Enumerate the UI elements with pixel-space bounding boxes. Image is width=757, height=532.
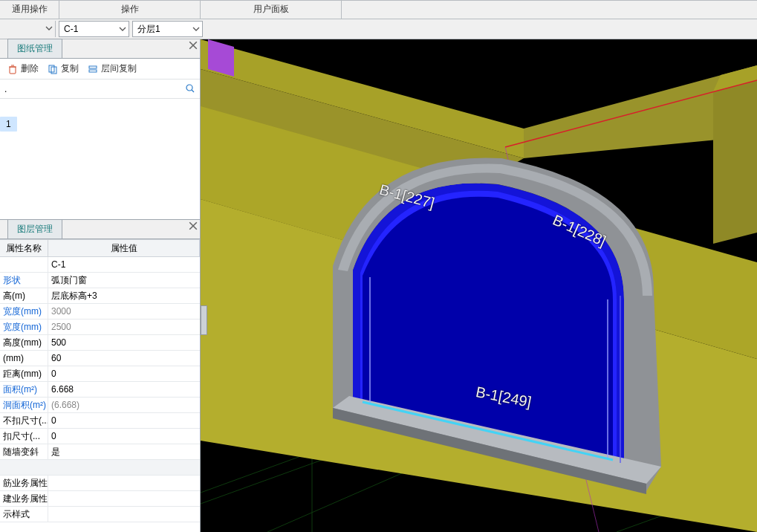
header-val: 属性值 — [48, 240, 200, 256]
search-input[interactable] — [4, 84, 195, 94]
properties-header: 属性名称 属性值 — [0, 239, 200, 257]
property-value[interactable]: 2500 — [48, 319, 200, 334]
dropdown-layer[interactable]: 分层1 — [132, 21, 203, 37]
property-row[interactable]: 面积(m²)6.668 — [0, 382, 200, 398]
property-row[interactable]: 示样式 — [0, 507, 200, 522]
header-key: 属性名称 — [0, 240, 48, 256]
property-key: 扣尺寸(... — [0, 429, 48, 444]
property-key: 建业务属性 — [0, 491, 48, 506]
splitter-handle[interactable] — [201, 305, 207, 335]
tree-item[interactable]: 1 — [0, 117, 17, 132]
dropdown-blank[interactable] — [0, 21, 56, 37]
property-key: 示样式 — [0, 507, 48, 522]
property-value[interactable]: 层底标高+3 — [48, 288, 200, 303]
property-row[interactable]: 距离(mm)0 — [0, 366, 200, 382]
property-row[interactable]: C-1 — [0, 257, 200, 273]
property-row[interactable]: 筋业务属性 — [0, 476, 200, 491]
property-row[interactable]: 建业务属性 — [0, 491, 200, 507]
property-value[interactable]: 3000 — [48, 304, 200, 319]
property-value[interactable]: (6.668) — [48, 398, 200, 412]
property-key: 筋业务属性 — [0, 476, 48, 490]
svg-point-5 — [186, 85, 192, 91]
tab-layer-management[interactable]: 图层管理 — [7, 219, 62, 239]
property-row[interactable]: 不扣尺寸(...0 — [0, 413, 200, 429]
dropdown-element[interactable]: C-1 — [59, 21, 129, 37]
layer-copy-button[interactable]: 层间复制 — [88, 62, 137, 75]
delete-label: 删除 — [21, 62, 39, 75]
property-key: 高度(mm) — [0, 335, 48, 350]
svg-rect-4 — [89, 70, 97, 72]
search-icon[interactable] — [185, 83, 195, 96]
menu-general[interactable]: 通用操作 — [0, 1, 59, 19]
property-row[interactable]: 随墙变斜是 — [0, 444, 200, 460]
property-value[interactable] — [48, 507, 200, 522]
dropdown-layer-label: 分层1 — [137, 23, 160, 36]
property-row[interactable]: 宽度(mm)2500 — [0, 319, 200, 335]
property-value[interactable]: 0 — [48, 429, 200, 444]
property-value[interactable] — [48, 476, 200, 490]
property-key — [0, 460, 200, 475]
svg-rect-0 — [10, 67, 16, 74]
property-value[interactable]: C-1 — [48, 257, 200, 272]
property-value[interactable]: 0 — [48, 366, 200, 381]
chevron-down-icon — [192, 25, 200, 36]
svg-rect-3 — [89, 66, 97, 68]
property-value[interactable]: 是 — [48, 444, 200, 459]
layer-copy-label: 层间复制 — [101, 62, 137, 75]
menu-operation[interactable]: 操作 — [59, 1, 201, 19]
copy-label: 复制 — [61, 62, 79, 75]
property-key: 随墙变斜 — [0, 444, 48, 459]
delete-button[interactable]: 删除 — [7, 62, 39, 75]
chevron-down-icon — [45, 24, 53, 35]
property-value[interactable]: 60 — [48, 351, 200, 366]
property-row[interactable]: 扣尺寸(...0 — [0, 429, 200, 444]
property-key: 洞面积(m²) — [0, 398, 48, 412]
copy-button[interactable]: 复制 — [48, 62, 79, 75]
property-row[interactable]: 形状弧顶门窗 — [0, 273, 200, 288]
close-icon[interactable] — [189, 41, 198, 50]
chevron-down-icon — [119, 25, 126, 36]
property-row[interactable]: (mm)60 — [0, 351, 200, 366]
property-row[interactable]: 高(m)层底标高+3 — [0, 288, 200, 304]
property-key: 宽度(mm) — [0, 319, 48, 334]
dropdown-element-label: C-1 — [64, 24, 78, 34]
property-row[interactable]: 宽度(mm)3000 — [0, 304, 200, 319]
property-value[interactable]: 500 — [48, 335, 200, 350]
property-key: 宽度(mm) — [0, 304, 48, 319]
tab-drawing-management[interactable]: 图纸管理 — [7, 39, 62, 58]
viewport-3d[interactable]: B-1[227]B-1[228]B-1[249] — [201, 39, 757, 532]
property-key: (mm) — [0, 351, 48, 366]
property-key — [0, 257, 48, 272]
property-section[interactable] — [0, 460, 200, 476]
property-key: 距离(mm) — [0, 366, 48, 381]
property-key: 面积(m²) — [0, 382, 48, 397]
menu-user-panel[interactable]: 用户面板 — [201, 1, 342, 19]
property-key: 形状 — [0, 273, 48, 288]
property-key: 高(m) — [0, 288, 48, 303]
property-key: 不扣尺寸(... — [0, 413, 48, 428]
property-value[interactable]: 弧顶门窗 — [48, 273, 200, 288]
property-row[interactable]: 高度(mm)500 — [0, 335, 200, 351]
close-icon[interactable] — [189, 221, 198, 230]
property-value[interactable]: 6.668 — [48, 382, 200, 397]
property-value[interactable] — [48, 491, 200, 506]
property-row[interactable]: 洞面积(m²)(6.668) — [0, 398, 200, 413]
property-value[interactable]: 0 — [48, 413, 200, 428]
svg-marker-18 — [713, 80, 757, 244]
